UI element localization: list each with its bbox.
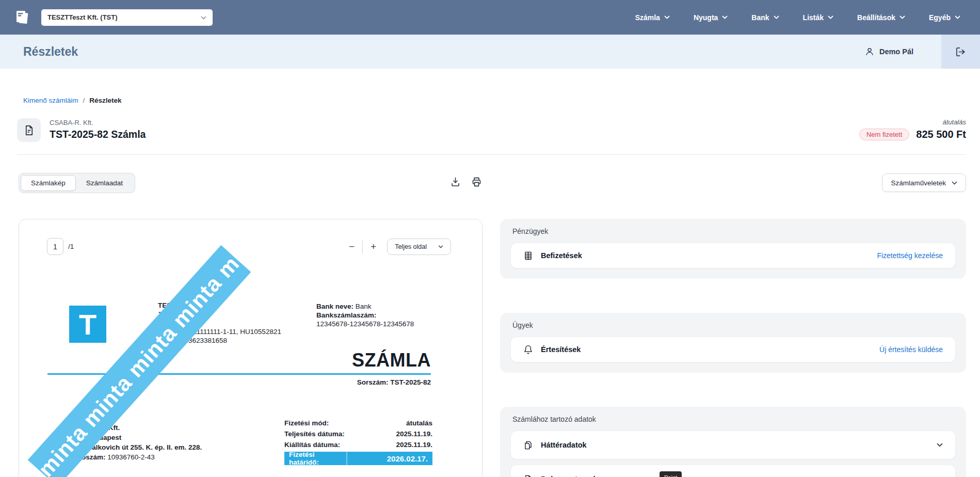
payment-details-table: Fizetési mód: átutalás Teljesítés dátuma… xyxy=(284,418,432,465)
invoice-preview: minta minta minta minta minta T TESZT - … xyxy=(19,219,482,477)
uj-ertesites-kuldese-link[interactable]: Új értesítés küldése xyxy=(879,345,943,354)
download-icon[interactable] xyxy=(450,177,461,189)
status-amount-row: Nem fizetett 825 500 Ft xyxy=(859,129,966,140)
logout-icon xyxy=(955,46,967,58)
print-icon[interactable] xyxy=(471,177,482,189)
tab-szamlakep[interactable]: Számlakép xyxy=(21,175,76,191)
panel-ugyek: Ügyek Értesítések Új értesítés küldése xyxy=(500,313,966,373)
invoice-header: CSABA-R. Kft. TST-2025-82 Számla átutalá… xyxy=(17,118,966,142)
bell-icon xyxy=(523,345,533,355)
tab-szamlaadat[interactable]: Számlaadat xyxy=(76,175,133,191)
invoice-document-iconbox xyxy=(17,118,41,142)
content-row: /1 − + Teljes oldal minta minta minta mi… xyxy=(19,219,966,477)
document-icon xyxy=(23,124,35,136)
breadcrumb-separator: / xyxy=(83,97,85,104)
chevron-down-icon xyxy=(664,15,670,19)
payments-table-icon xyxy=(523,251,533,261)
row-title: Háttéradatok xyxy=(541,441,587,449)
payment-row-due-date: Fizetési határidő: 2026.02.17. xyxy=(284,452,432,465)
company-select-value: TESZTTeszt Kft. (TST) xyxy=(47,13,118,21)
bank-account-label: Bankszámlaszám: xyxy=(316,311,414,320)
breadcrumb-link-kimeno-szamlaim[interactable]: Kimenő számláim xyxy=(23,97,78,104)
panel-heading: Számlához tartozó adatok xyxy=(512,415,956,423)
chevron-down-icon xyxy=(828,15,833,19)
menu-item-label: Számla xyxy=(635,13,660,22)
paint-tooltip: Paint xyxy=(660,471,682,477)
operations-label: Számlaműveletek xyxy=(891,179,946,187)
menu-item-label: Listák xyxy=(803,13,824,22)
partner-name: CSABA-R. Kft. xyxy=(50,119,146,126)
row-ertesitesek: Értesítések Új értesítés küldése xyxy=(510,337,956,362)
chevron-down-icon xyxy=(899,15,905,19)
top-navbar: TESZTTeszt Kft. (TST) Számla Nyugta Bank… xyxy=(0,0,980,35)
main-content: Kimenő számláim / Részletek CSABA-R. Kft… xyxy=(0,97,980,477)
user-name: Demo Pál xyxy=(879,47,913,56)
row-title: Értesítések xyxy=(541,345,581,354)
invoice-toolbar: Számlakép Számlaadat Számlaműveletek xyxy=(19,172,966,193)
payment-row: Teljesítés dátuma: 2025.11.19. xyxy=(284,428,432,439)
status-badge: Nem fizetett xyxy=(859,129,909,140)
view-tabs: Számlakép Számlaadat xyxy=(19,173,135,193)
pdf-viewer-card: /1 − + Teljes oldal minta minta minta mi… xyxy=(19,219,483,477)
invoice-header-text: CSABA-R. Kft. TST-2025-82 Számla xyxy=(50,118,146,140)
chevron-down-icon xyxy=(952,181,957,185)
bank-account: 12345678-12345678-12345678 xyxy=(316,320,414,328)
menu-item-egyeb[interactable]: Egyéb xyxy=(929,13,960,22)
copy-documents-icon xyxy=(523,440,533,450)
invoice-operations-button[interactable]: Számlaműveletek xyxy=(882,173,966,192)
header-divider xyxy=(17,154,966,155)
invoice-doc-type: SZÁMLA xyxy=(352,349,431,371)
chevron-down-icon[interactable] xyxy=(937,443,943,447)
page-title: Részletek xyxy=(23,45,78,59)
invoice-serial: Sorszám: TST-2025-82 xyxy=(357,378,431,386)
bank-name: Bank neve: Bank xyxy=(316,302,414,311)
panel-penzugyek: Pénzügyek Befizetések Fizetettség kezelé… xyxy=(500,219,966,279)
buyer-tax: Adószám: 10936760-2-43 xyxy=(72,452,202,462)
payment-row: Kiállítás dátuma: 2025.11.19. xyxy=(284,439,432,450)
chevron-down-icon xyxy=(722,15,728,19)
subheader-bar: Részletek Demo Pál xyxy=(0,35,980,69)
right-column: Pénzügyek Befizetések Fizetettség kezelé… xyxy=(500,219,966,477)
document-outline-icon xyxy=(523,474,533,477)
chevron-down-icon xyxy=(774,15,779,19)
breadcrumb: Kimenő számláim / Részletek xyxy=(23,97,980,104)
row-title: Dokumentumok xyxy=(541,475,598,477)
seller-logo: T xyxy=(69,306,106,343)
menu-item-szamla[interactable]: Számla xyxy=(635,13,670,22)
row-hatteradatok[interactable]: Háttéradatok xyxy=(510,431,956,459)
panel-heading: Pénzügyek xyxy=(512,227,956,235)
menu-item-nyugta[interactable]: Nyugta xyxy=(694,13,728,22)
user-menu[interactable]: Demo Pál xyxy=(864,46,913,57)
menu-item-label: Nyugta xyxy=(694,13,718,22)
chevron-down-icon xyxy=(955,15,960,19)
row-title: Befizetések xyxy=(541,251,582,260)
toolbar-icons xyxy=(450,177,482,189)
menu-item-label: Bank xyxy=(751,13,769,22)
fizetettseg-kezelese-link[interactable]: Fizetettség kezelése xyxy=(877,251,943,260)
panel-heading: Ügyek xyxy=(512,321,956,329)
row-befizetesek: Befizetések Fizetettség kezelése xyxy=(510,243,956,268)
menu-item-label: Beállítások xyxy=(857,13,895,22)
app-logo-icon xyxy=(12,8,32,27)
main-menu: Számla Nyugta Bank Listák Beállítások Eg… xyxy=(635,13,968,22)
company-select[interactable]: TESZTTeszt Kft. (TST) xyxy=(41,9,213,26)
menu-item-bank[interactable]: Bank xyxy=(751,13,779,22)
payment-row: Fizetési mód: átutalás xyxy=(284,418,432,428)
row-dokumentumok[interactable]: Dokumentumok Paint xyxy=(510,465,956,477)
menu-item-beallitasok[interactable]: Beállítások xyxy=(857,13,905,22)
user-icon xyxy=(864,46,875,57)
panel-szamlahoz-tartozo-adatok: Számlához tartozó adatok Háttéradatok xyxy=(500,407,966,477)
logout-button[interactable] xyxy=(941,35,980,69)
menu-item-label: Egyéb xyxy=(929,13,951,22)
invoice-header-right: átutalás Nem fizetett 825 500 Ft xyxy=(859,118,966,140)
menu-item-listak[interactable]: Listák xyxy=(803,13,833,22)
invoice-title: TST-2025-82 Számla xyxy=(50,129,146,140)
invoice-amount: 825 500 Ft xyxy=(916,129,966,140)
bank-block: Bank neve: Bank Bankszámlaszám: 12345678… xyxy=(316,302,414,328)
chevron-down-icon xyxy=(201,13,206,21)
breadcrumb-current: Részletek xyxy=(89,97,121,104)
payment-method: átutalás xyxy=(859,118,966,126)
